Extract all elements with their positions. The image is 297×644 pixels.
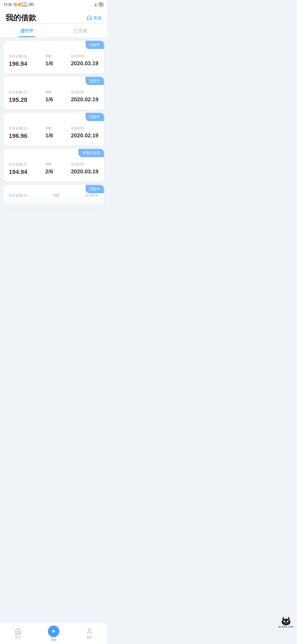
period-value-1: 1/6 <box>45 60 53 67</box>
loan-period-field-2: 期数 1/6 <box>45 90 53 103</box>
battery-indicator: 92 <box>99 2 103 7</box>
headset-icon <box>87 15 92 21</box>
loan-duedate-field-4: 应还时间 2020.03.19 <box>71 162 98 176</box>
loan-fields-2: 应还金额(元) 195.28 期数 1/6 应还时间 2020.02.19 <box>9 90 98 103</box>
header: 我的借款 客服 <box>0 8 107 23</box>
status-badge-1: 还款中 <box>86 41 104 49</box>
amount-label-4: 应还金额(元) <box>9 162 28 167</box>
duedate-label-2: 应还时间 <box>71 90 98 95</box>
status-bar: 17:14 📶 🛜 0.31KB/S HD 🔒 92 <box>0 0 107 8</box>
period-label-2: 期数 <box>45 90 53 95</box>
loan-period-field-4: 期数 2/6 <box>45 162 53 176</box>
amount-value-4: 194.94 <box>9 168 28 176</box>
hd-badge: HD <box>29 3 34 6</box>
time-display: 17:14 <box>4 3 12 6</box>
page-title: 我的借款 <box>6 13 36 23</box>
speed-indicator: 0.31KB/S <box>22 2 28 7</box>
status-badge-4: 本期已结清 <box>78 149 104 157</box>
status-badge-2: 还款中 <box>86 77 104 85</box>
loan-duedate-field-3: 应还时间 2020.02.19 <box>71 126 98 140</box>
amount-label-3: 应还金额(元) <box>9 126 28 131</box>
loan-card-1[interactable]: 还款中 应还金额(元) 196.94 期数 1/6 应还时间 2020.03.1… <box>3 41 104 73</box>
duedate-label-4: 应还时间 <box>71 162 98 167</box>
duedate-value-4: 2020.03.19 <box>71 168 98 175</box>
tab-completed[interactable]: 已完成 <box>54 24 107 37</box>
loan-amount-field-1: 应还金额(元) 196.94 <box>9 54 28 67</box>
loan-duedate-field-2: 应还时间 2020.02.19 <box>71 90 98 103</box>
duedate-label-3: 应还时间 <box>71 126 98 131</box>
amount-label-1: 应还金额(元) <box>9 54 28 59</box>
period-label-3: 期数 <box>45 126 53 131</box>
loan-card-2[interactable]: 还款中 应还金额(元) 195.28 期数 1/6 应还时间 2020.02.1… <box>3 77 104 110</box>
amount-value-2: 195.28 <box>9 96 28 103</box>
service-label: 客服 <box>94 15 102 21</box>
loan-amount-field-2: 应还金额(元) 195.28 <box>9 90 28 103</box>
loan-amount-field-3: 应还金额(元) 196.96 <box>9 126 28 140</box>
wifi-icon: 🛜 <box>18 3 21 6</box>
duedate-value-2: 2020.02.19 <box>71 96 98 103</box>
tab-bar: 进行中 已完成 <box>0 24 107 37</box>
signal-icon: 📶 <box>13 3 17 6</box>
lock-icon: 🔒 <box>94 3 98 6</box>
period-value-4: 2/6 <box>45 168 53 175</box>
period-value-2: 1/6 <box>45 96 53 103</box>
status-right: 🔒 92 <box>94 2 103 7</box>
loan-card-4[interactable]: 本期已结清 应还金额(元) 194.94 期数 2/6 应还时间 2020.03… <box>3 149 104 182</box>
status-left: 17:14 📶 🛜 0.31KB/S HD <box>4 2 34 7</box>
period-label-1: 期数 <box>45 54 53 59</box>
loan-card-3[interactable]: 还款中 应还金额(元) 196.96 期数 1/6 应还时间 2020.02.1… <box>3 113 104 146</box>
period-value-3: 1/6 <box>45 132 53 139</box>
loan-fields-4: 应还金额(元) 194.94 期数 2/6 应还时间 2020.03.19 <box>9 162 98 176</box>
loan-card-5-partial: 还款中 应还金额(元) 期数 应还时间 <box>0 185 107 207</box>
period-label-4: 期数 <box>45 162 53 167</box>
loan-period-field-3: 期数 1/6 <box>45 126 53 140</box>
loan-duedate-field-1: 应还时间 2020.03.19 <box>71 54 98 67</box>
amount-value-1: 196.94 <box>9 60 28 67</box>
amount-value-3: 196.96 <box>9 132 28 140</box>
status-badge-3: 还款中 <box>86 113 104 121</box>
duedate-value-1: 2020.03.19 <box>71 60 98 67</box>
customer-service-button[interactable]: 客服 <box>87 15 102 21</box>
duedate-label-1: 应还时间 <box>71 54 98 59</box>
loan-fields-1: 应还金额(元) 196.94 期数 1/6 应还时间 2020.03.19 <box>9 54 98 67</box>
amount-label-2: 应还金额(元) <box>9 90 28 95</box>
loan-list: 还款中 应还金额(元) 196.94 期数 1/6 应还时间 2020.03.1… <box>0 37 107 182</box>
status-badge-5: 还款中 <box>86 185 104 193</box>
tab-in-progress[interactable]: 进行中 <box>0 24 54 37</box>
loan-period-field-1: 期数 1/6 <box>45 54 53 67</box>
loan-amount-field-4: 应还金额(元) 194.94 <box>9 162 28 176</box>
loan-fields-3: 应还金额(元) 196.96 期数 1/6 应还时间 2020.02.19 <box>9 126 98 140</box>
duedate-value-3: 2020.02.19 <box>71 132 98 139</box>
